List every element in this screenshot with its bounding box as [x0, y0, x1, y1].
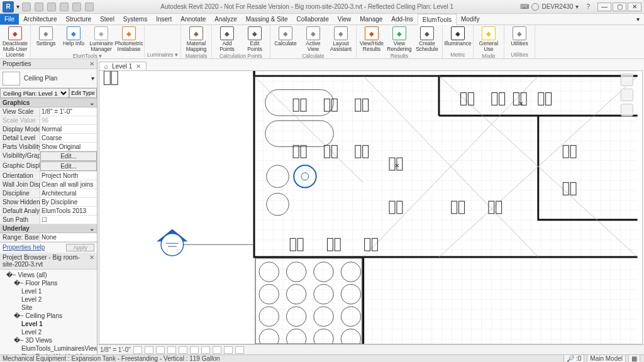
prop-group-underlay[interactable]: Underlay⌄ [0, 224, 97, 233]
menu-tab-add-ins[interactable]: Add-Ins [387, 14, 417, 25]
menu-tab-elumtools[interactable]: ElumTools [418, 14, 457, 25]
ribbon-view-hide-results[interactable]: ◆View/Hide Results [359, 26, 384, 52]
tree-node[interactable]: Level 1 [1, 320, 96, 328]
ribbon-general-use[interactable]: ◆General Use [476, 26, 501, 52]
prop-group-graphics[interactable]: Graphics⌄ [0, 99, 97, 107]
help-icon[interactable]: ? [586, 3, 590, 10]
tree-node[interactable]: ElumTools_WorkingView [1, 353, 96, 354]
vc-lock-icon[interactable] [213, 346, 221, 354]
minimize-button[interactable]: — [597, 3, 611, 11]
elevation-marker[interactable] [157, 229, 253, 256]
qat-redo-icon[interactable] [60, 3, 69, 11]
menu-tab-structure[interactable]: Structure [61, 14, 96, 25]
menu-tab-systems[interactable]: Systems [119, 14, 152, 25]
maximize-button[interactable]: ▢ [613, 3, 626, 11]
nav-home-icon[interactable] [621, 74, 633, 86]
menu-tab-architecture[interactable]: Architecture [19, 14, 61, 25]
tree-node[interactable]: �− 3D Views [1, 336, 96, 344]
tree-node[interactable]: �− Ceiling Plans [1, 312, 96, 320]
tree-node[interactable]: Level 1 [1, 287, 96, 295]
ribbon-edit-points[interactable]: ◆Edit Points [242, 26, 267, 52]
ribbon-material-mapping[interactable]: ◆Material Mapping [184, 26, 209, 52]
tree-node[interactable]: ElumTools_LuminairesView [1, 344, 96, 353]
qat-print-icon[interactable] [72, 3, 81, 11]
prop-row[interactable]: Range: Base LevelNone [0, 233, 97, 242]
nav-bar[interactable] [621, 74, 640, 124]
menu-tab-annotate[interactable]: Annotate [176, 14, 210, 25]
menu-tab-modify[interactable]: Modify [457, 14, 484, 25]
qat-chevron[interactable]: ▾ [16, 3, 19, 10]
family-name[interactable]: Ceiling Plan [24, 75, 57, 82]
ribbon-illuminance[interactable]: ◆Illuminance [445, 26, 470, 51]
qat-measure-icon[interactable] [85, 3, 94, 11]
menu-tab-analyze[interactable]: Analyze [210, 14, 242, 25]
nav-wheel-icon[interactable] [621, 89, 633, 101]
vc-rendering-icon[interactable] [179, 346, 187, 354]
apply-button[interactable]: Apply [66, 244, 94, 251]
vc-temp-hide-icon[interactable] [224, 346, 233, 354]
prop-row[interactable]: Wall Join DisplayClean all wall joins [0, 180, 97, 189]
hint-dropdown[interactable]: ▾ [632, 14, 644, 25]
ribbon-luminaire-manager[interactable]: ◆Luminaire Manager [89, 26, 114, 52]
prop-row[interactable]: OrientationProject North [0, 172, 97, 180]
qat-undo-icon[interactable] [47, 3, 56, 11]
qat-open-icon[interactable] [22, 3, 31, 11]
properties-help-link[interactable]: Properties help [3, 244, 45, 251]
prop-row[interactable]: Detail LevelCoarse [0, 134, 97, 143]
prop-row[interactable]: Display ModelNormal [0, 125, 97, 134]
status-filter-icon[interactable]: ▦ [628, 354, 640, 362]
edit-type-button[interactable]: Edit Type [69, 88, 97, 98]
prop-row[interactable]: Sun Path☐ [0, 216, 97, 224]
prop-row[interactable]: Visibility/Graphics ...Edit... [0, 151, 97, 162]
vc-sun-icon[interactable] [156, 346, 165, 354]
qat-save-icon[interactable] [35, 3, 43, 11]
vc-detail-icon[interactable] [133, 346, 142, 354]
vc-crop-icon[interactable] [190, 346, 199, 354]
prop-row[interactable]: Default Analysis Dis...ElumTools 2013 [0, 207, 97, 216]
vc-shadows-icon[interactable] [167, 346, 176, 354]
menu-tab-insert[interactable]: Insert [152, 14, 176, 25]
ribbon-create-schedule[interactable]: ◆Create Schedule [414, 26, 440, 52]
prop-row[interactable]: View Scale1/8" = 1'-0" [0, 107, 97, 116]
view-tab-level1[interactable]: ⌂ Level 1 ✕ [99, 62, 147, 70]
ribbon-view-rendering[interactable]: ◆View Rendering [387, 26, 412, 52]
menu-tab-steel[interactable]: Steel [96, 14, 119, 25]
vc-crop-region-icon[interactable] [201, 346, 210, 354]
ribbon-photometric-instabase[interactable]: ◆Photometric Instabase [116, 26, 142, 52]
tree-node[interactable]: Site [1, 304, 96, 312]
prop-row[interactable]: DisciplineArchitectural [0, 189, 97, 198]
menu-tab-manage[interactable]: Manage [355, 14, 387, 25]
tree-node[interactable]: Level 2 [1, 328, 96, 336]
vc-visual-style-icon[interactable] [145, 346, 153, 354]
file-tab[interactable]: File [0, 14, 19, 25]
tree-node[interactable]: Level 2 [1, 295, 96, 304]
ribbon-utilities[interactable]: ◆Utilities [507, 26, 532, 51]
view-scale[interactable]: 1/8" = 1'-0" [100, 346, 131, 353]
ribbon-calculate[interactable]: ◆Calculate [273, 26, 298, 52]
ribbon-layout-assistant[interactable]: ◆Layout Assistant [328, 26, 353, 52]
project-browser[interactable]: �− Views (all)�− Floor Plans Level 1 Lev… [0, 270, 97, 354]
ribbon-add-points[interactable]: ◆Add Points [214, 26, 240, 52]
view-tab-close-icon[interactable]: ✕ [136, 63, 141, 70]
vc-reveal-icon[interactable] [235, 346, 244, 354]
menu-tab-massing-site[interactable]: Massing & Site [242, 14, 292, 25]
menu-tab-collaborate[interactable]: Collaborate [292, 14, 333, 25]
type-selector[interactable]: Ceiling Plan: Level 1 [0, 88, 69, 98]
ribbon-help-info[interactable]: ◆Help Info [61, 26, 86, 52]
tree-node[interactable]: �− Views (all) [1, 271, 96, 279]
ribbon-active-view[interactable]: ◆Active View [301, 26, 326, 52]
tree-node[interactable]: �− Floor Plans [1, 279, 96, 287]
user-area[interactable]: ⌨ DEVR2430 ▾ ? [520, 3, 590, 11]
ribbon-settings[interactable]: ◆Settings [33, 26, 58, 52]
prop-row[interactable]: Scale Value96 [0, 116, 97, 125]
drawing-canvas[interactable] [99, 70, 643, 344]
family-chevron-icon[interactable]: ▾ [91, 75, 94, 82]
workset-selector[interactable]: Main Model [587, 354, 626, 362]
selection-count[interactable]: 🔎 :0 [564, 354, 584, 362]
prop-row[interactable]: Graphic Display Opt...Edit... [0, 162, 97, 172]
ribbon-deactivate-multi-user-license[interactable]: ◆Deactivate Multi-User License [3, 26, 28, 58]
menu-tab-view[interactable]: View [333, 14, 356, 25]
prop-row[interactable]: Show Hidden LinesBy Discipline [0, 198, 97, 207]
browser-close-icon[interactable]: ✕ [89, 254, 94, 268]
prop-row[interactable]: Parts VisibilityShow Original [0, 143, 97, 151]
